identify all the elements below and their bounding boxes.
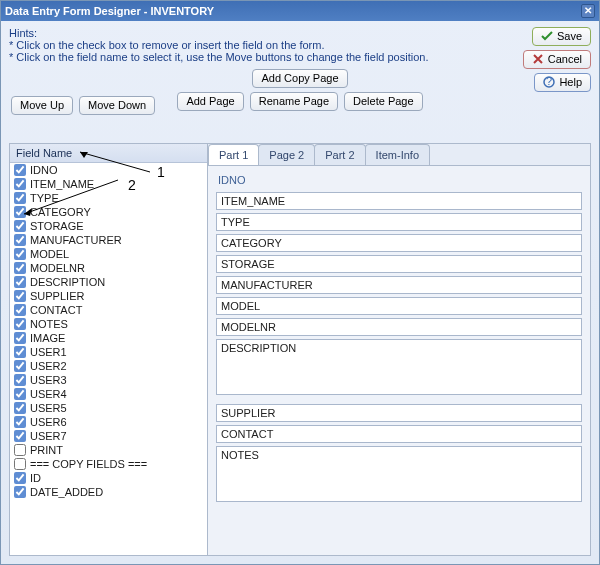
field-label[interactable]: USER5	[30, 402, 67, 414]
field-checkbox[interactable]	[14, 206, 26, 218]
form-area[interactable]: IDNO	[208, 166, 590, 555]
field-checkbox[interactable]	[14, 192, 26, 204]
field-row[interactable]: ID	[10, 471, 207, 485]
field-checkbox[interactable]	[14, 220, 26, 232]
field-label[interactable]: CONTACT	[30, 304, 82, 316]
field-row[interactable]: NOTES	[10, 317, 207, 331]
field-checkbox[interactable]	[14, 458, 26, 470]
field-row[interactable]: STORAGE	[10, 219, 207, 233]
field-label[interactable]: USER3	[30, 374, 67, 386]
field-label[interactable]: NOTES	[30, 318, 68, 330]
field-label[interactable]: IMAGE	[30, 332, 65, 344]
field-row[interactable]: USER2	[10, 359, 207, 373]
field-checkbox[interactable]	[14, 416, 26, 428]
field-row[interactable]: USER3	[10, 373, 207, 387]
field-list[interactable]: IDNOITEM_NAMETYPECATEGORYSTORAGEMANUFACT…	[10, 163, 207, 555]
field-row[interactable]: USER1	[10, 345, 207, 359]
hints-line-1: * Click on the check box to remove or in…	[9, 39, 591, 51]
tab[interactable]: Item-Info	[365, 144, 430, 165]
description-textarea[interactable]	[216, 339, 582, 395]
field-label[interactable]: ITEM_NAME	[30, 178, 94, 190]
close-icon[interactable]: ✕	[581, 4, 595, 18]
rename-page-button[interactable]: Rename Page	[250, 92, 338, 111]
field-checkbox[interactable]	[14, 472, 26, 484]
field-checkbox[interactable]	[14, 332, 26, 344]
form-field-input[interactable]	[216, 404, 582, 422]
cancel-button[interactable]: Cancel	[523, 50, 591, 69]
form-field-input[interactable]	[216, 213, 582, 231]
field-checkbox[interactable]	[14, 248, 26, 260]
form-field-input[interactable]	[216, 255, 582, 273]
tab[interactable]: Part 2	[314, 144, 365, 165]
move-down-button[interactable]: Move Down	[79, 96, 155, 115]
field-row[interactable]: USER4	[10, 387, 207, 401]
field-row[interactable]: SUPPLIER	[10, 289, 207, 303]
field-row[interactable]: ITEM_NAME	[10, 177, 207, 191]
field-row[interactable]: MODELNR	[10, 261, 207, 275]
field-checkbox[interactable]	[14, 402, 26, 414]
field-row[interactable]: DATE_ADDED	[10, 485, 207, 499]
field-checkbox[interactable]	[14, 304, 26, 316]
field-label[interactable]: USER6	[30, 416, 67, 428]
field-row[interactable]: IMAGE	[10, 331, 207, 345]
field-checkbox[interactable]	[14, 290, 26, 302]
field-label[interactable]: IDNO	[30, 164, 58, 176]
field-checkbox[interactable]	[14, 318, 26, 330]
form-field-input[interactable]	[216, 297, 582, 315]
field-row[interactable]: === COPY FIELDS ===	[10, 457, 207, 471]
field-label[interactable]: CATEGORY	[30, 206, 91, 218]
notes-textarea[interactable]	[216, 446, 582, 502]
field-label[interactable]: MODELNR	[30, 262, 85, 274]
field-checkbox[interactable]	[14, 360, 26, 372]
field-row[interactable]: PRINT	[10, 443, 207, 457]
field-row[interactable]: DESCRIPTION	[10, 275, 207, 289]
field-label[interactable]: DATE_ADDED	[30, 486, 103, 498]
field-checkbox[interactable]	[14, 388, 26, 400]
field-checkbox[interactable]	[14, 164, 26, 176]
field-label[interactable]: DESCRIPTION	[30, 276, 105, 288]
save-button[interactable]: Save	[532, 27, 591, 46]
field-label[interactable]: === COPY FIELDS ===	[30, 458, 147, 470]
field-checkbox[interactable]	[14, 444, 26, 456]
delete-page-button[interactable]: Delete Page	[344, 92, 423, 111]
form-field-input[interactable]	[216, 234, 582, 252]
field-row[interactable]: USER7	[10, 429, 207, 443]
help-button[interactable]: ? Help	[534, 73, 591, 92]
field-row[interactable]: TYPE	[10, 191, 207, 205]
field-row[interactable]: USER6	[10, 415, 207, 429]
field-row[interactable]: CATEGORY	[10, 205, 207, 219]
add-copy-page-button[interactable]: Add Copy Page	[252, 69, 347, 88]
field-checkbox[interactable]	[14, 234, 26, 246]
move-up-button[interactable]: Move Up	[11, 96, 73, 115]
form-field-input[interactable]	[216, 192, 582, 210]
field-checkbox[interactable]	[14, 346, 26, 358]
field-label[interactable]: USER1	[30, 346, 67, 358]
add-page-button[interactable]: Add Page	[177, 92, 243, 111]
field-label[interactable]: MODEL	[30, 248, 69, 260]
field-label[interactable]: USER4	[30, 388, 67, 400]
tab[interactable]: Part 1	[208, 144, 259, 165]
field-checkbox[interactable]	[14, 486, 26, 498]
field-label[interactable]: MANUFACTURER	[30, 234, 122, 246]
form-field-input[interactable]	[216, 318, 582, 336]
field-label[interactable]: TYPE	[30, 192, 59, 204]
field-row[interactable]: MANUFACTURER	[10, 233, 207, 247]
field-row[interactable]: IDNO	[10, 163, 207, 177]
field-label[interactable]: USER2	[30, 360, 67, 372]
field-label[interactable]: SUPPLIER	[30, 290, 84, 302]
field-checkbox[interactable]	[14, 430, 26, 442]
form-field-input[interactable]	[216, 425, 582, 443]
tab[interactable]: Page 2	[258, 144, 315, 165]
field-label[interactable]: ID	[30, 472, 41, 484]
field-label[interactable]: STORAGE	[30, 220, 84, 232]
field-label[interactable]: USER7	[30, 430, 67, 442]
field-checkbox[interactable]	[14, 276, 26, 288]
field-label[interactable]: PRINT	[30, 444, 63, 456]
field-checkbox[interactable]	[14, 178, 26, 190]
field-checkbox[interactable]	[14, 374, 26, 386]
form-field-input[interactable]	[216, 276, 582, 294]
field-row[interactable]: MODEL	[10, 247, 207, 261]
field-row[interactable]: USER5	[10, 401, 207, 415]
field-row[interactable]: CONTACT	[10, 303, 207, 317]
field-checkbox[interactable]	[14, 262, 26, 274]
